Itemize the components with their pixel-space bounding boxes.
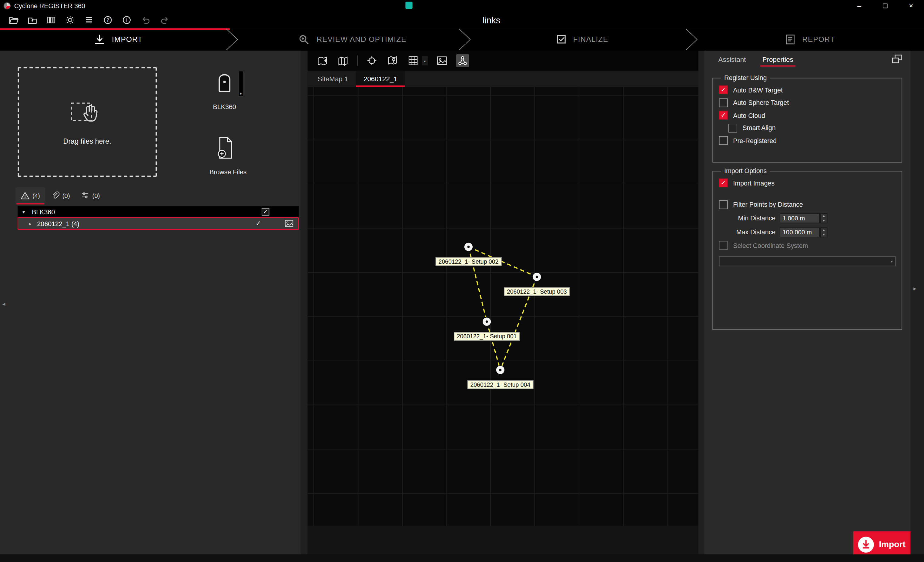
save-project-icon[interactable] — [27, 15, 38, 25]
close-button[interactable]: × — [898, 0, 924, 12]
option-label: Auto Sphere Target — [733, 99, 789, 106]
checkbox[interactable]: ✓ — [719, 85, 728, 94]
checkbox[interactable] — [719, 241, 728, 250]
grid-icon[interactable] — [406, 54, 420, 67]
tab-properties[interactable]: Properties — [761, 52, 795, 67]
chevron-down-icon: ▾ — [891, 259, 893, 264]
option-auto-sphere-target[interactable]: Auto Sphere Target — [719, 96, 896, 109]
spin-up-icon[interactable]: ▲ — [821, 213, 827, 218]
import-button[interactable]: Import — [854, 531, 910, 558]
setup-label[interactable]: 2060122_1- Setup 002 — [436, 257, 501, 266]
window-bottom-strip — [0, 555, 924, 562]
tab-sitemap-1[interactable]: SiteMap 1 — [310, 70, 356, 87]
browse-files-button[interactable] — [217, 137, 234, 159]
option-select-coordinate-system[interactable]: Select Coordinate System — [719, 239, 896, 252]
max-distance-stepper[interactable]: ▲ ▼ — [820, 227, 827, 237]
help-icon[interactable]: ? — [102, 15, 113, 25]
image-icon[interactable] — [436, 54, 448, 67]
maximize-button[interactable] — [872, 0, 898, 12]
spin-down-icon[interactable]: ▼ — [821, 218, 827, 222]
tree-item-row[interactable]: ▸ 2060122_1 (4) ✓ — [18, 217, 298, 230]
blk360-device-icon[interactable] — [219, 74, 230, 92]
grid-options-dropdown[interactable]: ▾ — [422, 56, 428, 66]
minimize-button[interactable]: – — [846, 0, 872, 12]
info-icon[interactable]: i — [121, 15, 132, 25]
spin-up-icon[interactable]: ▲ — [821, 228, 827, 232]
option-auto-cloud[interactable]: ✓ Auto Cloud — [719, 109, 896, 122]
device-selector[interactable]: ▾ — [238, 70, 243, 97]
expand-icon[interactable]: ▸ — [29, 221, 37, 226]
option-import-images[interactable]: ✓ Import Images — [719, 177, 896, 189]
target-icon[interactable] — [365, 54, 378, 67]
toolbar-separator — [357, 55, 358, 66]
stage-report[interactable]: REPORT — [695, 28, 924, 51]
max-distance-label: Max Distance — [719, 229, 776, 235]
setup-label[interactable]: 2060122_1- Setup 001 — [454, 332, 520, 341]
import-stage-icon — [93, 34, 106, 45]
browse-files-label: Browse Files — [192, 169, 264, 175]
tab-warnings[interactable]: (4) — [15, 187, 45, 204]
properties-tab-strip: Assistant Properties — [704, 51, 910, 68]
drag-drop-zone[interactable]: Drag files here. — [18, 67, 157, 177]
option-smart-align[interactable]: Smart Align — [729, 121, 896, 134]
svg-text:i: i — [126, 17, 128, 23]
open-project-icon[interactable] — [8, 15, 19, 25]
collapse-left-panel-arrow[interactable]: ◂ — [2, 300, 6, 307]
tab-adjustments[interactable]: (0) — [75, 187, 105, 204]
option-filter-points[interactable]: Filter Points by Distance — [719, 198, 896, 211]
min-distance-stepper[interactable]: ▲ ▼ — [820, 213, 827, 223]
tab-label: 2060122_1 — [363, 75, 398, 82]
checkbox[interactable] — [729, 124, 737, 132]
stage-label: REVIEW AND OPTIMIZE — [316, 36, 406, 43]
checkbox[interactable] — [719, 98, 728, 107]
warning-icon — [21, 191, 29, 199]
setup-point[interactable] — [496, 365, 505, 375]
checkbox[interactable] — [719, 200, 728, 209]
max-distance-row: Max Distance 100.000 m ▲ ▼ — [719, 225, 896, 239]
import-options-group: Import Options ✓ Import Images Filter Po… — [712, 167, 902, 330]
stage-review-and-optimize[interactable]: REVIEW AND OPTIMIZE — [236, 28, 469, 51]
images-icon[interactable] — [285, 220, 294, 227]
checkbox[interactable]: ✓ — [719, 111, 728, 120]
spin-down-icon[interactable]: ▼ — [821, 232, 827, 237]
setup-point[interactable] — [464, 242, 473, 252]
tree-root-checkbox[interactable]: ✓ — [262, 208, 269, 216]
tab-2060122-1[interactable]: 2060122_1 — [356, 70, 405, 87]
tab-label: SiteMap 1 — [318, 75, 348, 82]
report-stage-icon — [784, 34, 796, 45]
setup-link-line — [487, 322, 501, 370]
setup-point[interactable] — [482, 317, 491, 327]
sitemap-icon[interactable] — [336, 54, 350, 67]
checkbox[interactable]: ✓ — [719, 178, 728, 187]
option-label: Pre-Registered — [733, 137, 777, 144]
undo-icon[interactable] — [140, 15, 151, 25]
setup-point[interactable] — [532, 272, 542, 282]
app-title: Cyclone REGISTER 360 — [14, 2, 85, 9]
collapse-icon[interactable]: ▾ — [22, 209, 32, 214]
log-list-icon[interactable] — [84, 15, 94, 25]
add-sitemap-icon[interactable] — [316, 54, 329, 67]
redo-icon[interactable] — [159, 15, 170, 25]
expand-right-panel-arrow[interactable]: ▸ — [914, 285, 916, 292]
setup-label[interactable]: 2060122_1- Setup 004 — [468, 380, 533, 389]
settings-gear-icon[interactable] — [65, 15, 75, 25]
stage-finalize[interactable]: FINALIZE — [468, 28, 695, 51]
min-distance-input[interactable]: 1.000 m — [780, 213, 820, 223]
tab-label: Assistant — [718, 56, 746, 63]
group-title: Register Using — [721, 74, 770, 81]
checkbox[interactable] — [719, 136, 728, 145]
option-auto-bw-target[interactable]: ✓ Auto B&W Target — [719, 84, 896, 96]
coordinate-system-dropdown[interactable]: ▾ — [719, 256, 896, 266]
max-distance-input[interactable]: 100.000 m — [780, 227, 820, 237]
tab-assistant[interactable]: Assistant — [717, 52, 747, 67]
archive-icon[interactable] — [46, 15, 57, 25]
panel-layout-icon[interactable] — [892, 54, 902, 64]
tree-root-row[interactable]: ▾ BLK360 ✓ — [18, 206, 298, 217]
georeference-icon[interactable] — [386, 54, 399, 67]
sitemap-canvas[interactable]: 2060122_1- Setup 0022060122_1- Setup 003… — [308, 87, 699, 526]
option-pre-registered[interactable]: Pre-Registered — [719, 134, 896, 147]
tab-attachments[interactable]: (0) — [45, 187, 75, 204]
link-tool-icon[interactable] — [456, 54, 469, 67]
setup-label[interactable]: 2060122_1- Setup 003 — [504, 287, 570, 296]
stage-import[interactable]: IMPORT — [0, 28, 236, 51]
